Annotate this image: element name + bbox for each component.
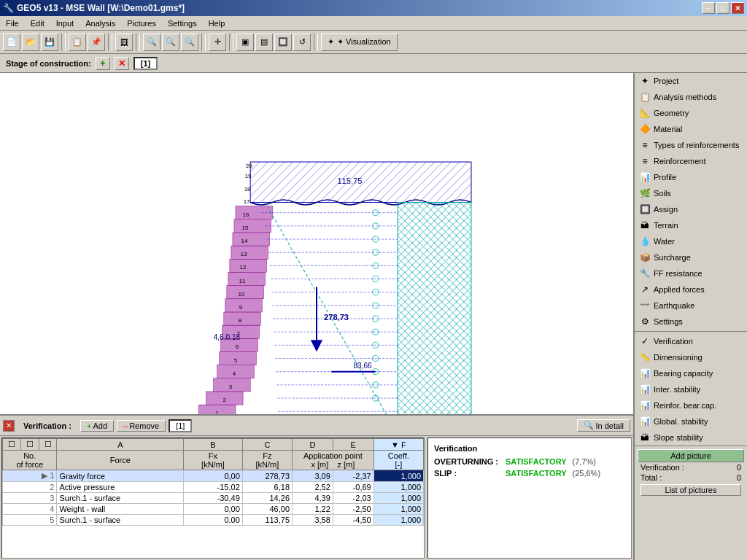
add-button[interactable]: + Add — [80, 420, 114, 432]
panel-item-project[interactable]: ✦Project — [635, 73, 747, 89]
tb-reset[interactable]: ↺ — [293, 34, 311, 51]
panel-item-assign[interactable]: 🔲Assign — [635, 201, 747, 217]
title-controls: ─ □ ✕ — [702, 2, 744, 14]
tb-view1[interactable]: ▣ — [236, 34, 254, 51]
toolbar: 📄 📂 💾 📋 📌 🖼 🔍 🔍 🔍 ✛ ▣ ▤ 🔲 ↺ ✦ ✦ Visualiz… — [0, 31, 747, 54]
table-row[interactable]: 3 Surch.1 - surface -30,49 14,26 4,39 -2… — [3, 493, 424, 504]
panel-icon-terrain: 🏔 — [639, 220, 651, 230]
tb-btn1[interactable]: 🖼 — [115, 34, 133, 51]
svg-text:14: 14 — [241, 238, 248, 244]
svg-text:19: 19 — [245, 173, 252, 179]
panel-label-earthquake: Earthquake — [654, 301, 694, 310]
panel-item-terrain[interactable]: 🏔Terrain — [635, 217, 747, 233]
menu-pictures[interactable]: Pictures — [121, 18, 162, 29]
table-row[interactable]: ▶ 1 Gravity force 0,00 278,73 3,09 -2,37… — [3, 470, 424, 482]
row-num-1: 2 — [3, 482, 57, 493]
row-fx-0: 0,00 — [184, 470, 243, 482]
menu-input[interactable]: Input — [50, 18, 80, 29]
panel-item-applied-forces[interactable]: ↗Applied forces — [635, 281, 747, 298]
tb-zoom-out[interactable]: 🔍 — [162, 34, 179, 51]
remove-label: Remove — [129, 421, 159, 430]
panel-item-dimensioning[interactable]: 📏Dimensioning — [635, 349, 747, 365]
panel-icon-water: 💧 — [639, 236, 651, 246]
panel-icon-bearing-capacity: 📊 — [639, 368, 651, 378]
panel-label-analysis-methods: Analysis methods — [654, 93, 716, 101]
panel-item-reinforcement[interactable]: ≡Reinforcement — [635, 153, 747, 169]
panel-item-settings[interactable]: ⚙Settings — [635, 314, 747, 330]
panel-item-types-reinforcements[interactable]: ≡Types of reinforcements — [635, 137, 747, 153]
tb-view2[interactable]: ▤ — [255, 34, 273, 51]
add-picture-button[interactable]: Add picture — [638, 449, 744, 462]
panel-item-ff-resistance[interactable]: 🔧FF resistance — [635, 265, 747, 281]
tb-save[interactable]: 💾 — [41, 34, 58, 51]
menu-edit[interactable]: Edit — [25, 18, 50, 29]
panel-item-profile[interactable]: 📊Profile — [635, 169, 747, 185]
bottom-panel: ✕ Verification : + Add – Remove [1] 🔍 In… — [0, 414, 633, 560]
menu-analysis[interactable]: Analysis — [80, 18, 121, 29]
table-row[interactable]: 2 Active pressure -15,02 6,18 2,52 -0,69… — [3, 482, 424, 493]
table-scroll[interactable]: ☐ ☐ ☐ A B C D E ▼ F — [2, 438, 424, 551]
table-row[interactable]: 4 Weight - wall 0,00 46,00 1,22 -2,50 1,… — [3, 504, 424, 515]
in-detail-button[interactable]: 🔍 In detail — [577, 419, 630, 432]
svg-text:9: 9 — [239, 304, 243, 311]
viz-label: ✦ Visualization — [337, 37, 391, 47]
stage-add-button[interactable]: + — [96, 57, 110, 70]
svg-text:278,73: 278,73 — [324, 313, 349, 322]
remove-icon: – — [123, 421, 128, 430]
tb-view3[interactable]: 🔲 — [274, 34, 292, 51]
verification-label: Verification : — [18, 421, 77, 430]
verif-title: Verification — [434, 444, 625, 453]
panel-icon-reinforcement: ≡ — [639, 156, 651, 166]
row-coeff-4: 1,000 — [374, 515, 423, 526]
panel-item-global-stability[interactable]: 📊Global. stability — [635, 413, 747, 429]
verif-count-value: 0 — [737, 463, 741, 472]
panel-item-earthquake[interactable]: 〰Earthquake — [635, 298, 747, 314]
panel-item-reinfor-bear-cap[interactable]: 📊Reinfor. bear.cap. — [635, 397, 747, 413]
visualization-button[interactable]: ✦ ✦ Visualization — [321, 34, 398, 51]
menu-settings[interactable]: Settings — [162, 18, 203, 29]
svg-rect-15 — [224, 312, 260, 325]
panel-icon-earthquake: 〰 — [639, 300, 651, 311]
svg-text:10: 10 — [239, 291, 245, 298]
svg-text:6: 6 — [236, 343, 239, 350]
remove-button[interactable]: – Remove — [117, 420, 166, 432]
panel-item-analysis-methods[interactable]: 📋Analysis methods — [635, 89, 747, 105]
tb-new[interactable]: 📄 — [3, 34, 20, 51]
tb-zoom-in[interactable]: 🔍 — [143, 34, 160, 51]
list-pictures-button[interactable]: List of pictures — [640, 484, 741, 496]
row-force-4: Surch.1 - surface — [57, 515, 184, 526]
row-fz-0: 278,73 — [242, 470, 292, 482]
menu-file[interactable]: File — [0, 18, 25, 29]
stage-remove-button[interactable]: ✕ — [115, 57, 129, 70]
maximize-button[interactable]: □ — [716, 2, 729, 14]
menu-help[interactable]: Help — [203, 18, 231, 29]
in-detail-label: In detail — [595, 421, 624, 430]
tb-paste[interactable]: 📌 — [88, 34, 105, 51]
panel-item-bearing-capacity[interactable]: 📊Bearing capacity — [635, 365, 747, 381]
tb-copy[interactable]: 📋 — [69, 34, 86, 51]
row-fz-1: 6,18 — [242, 482, 292, 493]
panel-item-material[interactable]: 🔶Material — [635, 121, 747, 137]
panel-icon-types-reinforcements: ≡ — [639, 140, 651, 150]
panel-item-geometry[interactable]: 📐Geometry — [635, 105, 747, 121]
panel-label-soils: Soils — [654, 189, 671, 198]
panel-item-soils[interactable]: 🌿Soils — [635, 185, 747, 201]
panel-item-slope-stability[interactable]: 🏔Slope stability — [635, 429, 747, 446]
panel-label-global-stability: Global. stability — [654, 417, 708, 426]
row-coeff-0[interactable]: 1,000 — [374, 470, 423, 482]
panel-item-verification[interactable]: ✓Verification — [635, 333, 747, 349]
panel-item-water[interactable]: 💧Water — [635, 233, 747, 249]
minimize-button[interactable]: ─ — [702, 2, 715, 14]
row-fx-3: 0,00 — [184, 504, 243, 515]
close-panel-button[interactable]: ✕ — [3, 420, 15, 432]
tb-zoom-fit[interactable]: 🔍 — [181, 34, 198, 51]
table-row[interactable]: 5 Surch.1 - surface 0,00 113,75 3,58 -4,… — [3, 515, 424, 526]
tb-cross[interactable]: ✛ — [209, 34, 226, 51]
canvas-area: 115,75 — [0, 73, 634, 560]
close-button[interactable]: ✕ — [731, 2, 744, 14]
panel-item-inter-stability[interactable]: 📊Inter. stability — [635, 381, 747, 397]
tb-open[interactable]: 📂 — [22, 34, 39, 51]
panel-item-surcharge[interactable]: 📦Surcharge — [635, 249, 747, 265]
row-fz-3: 46,00 — [242, 504, 292, 515]
panel-label-dimensioning: Dimensioning — [654, 353, 703, 362]
